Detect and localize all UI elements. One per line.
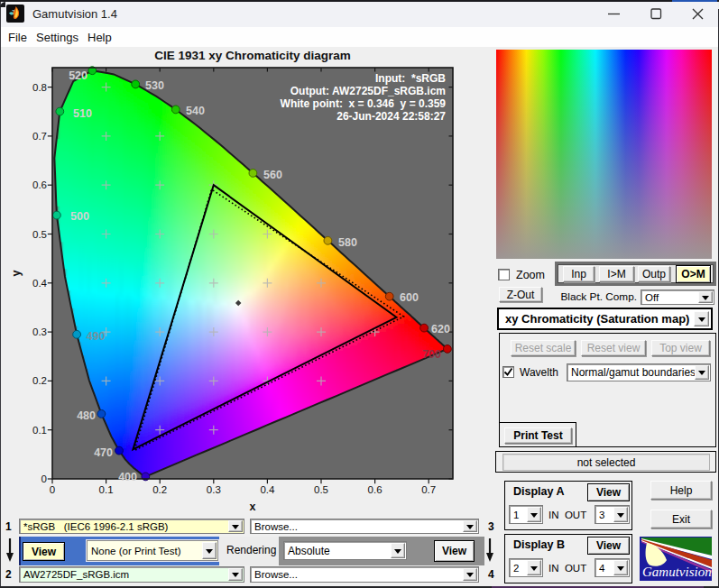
svg-text:0.4: 0.4 [260,484,275,495]
svg-text:490: 490 [87,330,106,343]
svg-text:700: 700 [422,348,441,361]
svg-text:560: 560 [263,169,282,181]
svg-text:0.5: 0.5 [32,229,47,240]
svg-text:0.3: 0.3 [32,326,47,337]
svg-text:0.8: 0.8 [32,82,47,93]
svg-text:0.5: 0.5 [314,484,328,495]
svg-text:0.6: 0.6 [32,179,47,190]
svg-text:520: 520 [69,69,88,82]
svg-text:Gamutvision: Gamutvision [642,565,712,579]
svg-text:0.6: 0.6 [368,484,383,495]
svg-text:0.1: 0.1 [99,484,114,495]
svg-text:CIE 1931 xy Chromaticity diagr: CIE 1931 xy Chromaticity diagram [154,49,351,62]
svg-text:620: 620 [431,323,450,335]
svg-text:530: 530 [145,79,164,92]
svg-text:0.1: 0.1 [32,425,47,436]
svg-text:0: 0 [50,484,55,495]
svg-text:Input: *sRGB: Input: *sRGB [375,72,446,85]
svg-text:Output: AW2725DF_sRGB.icm: Output: AW2725DF_sRGB.icm [290,85,446,97]
svg-text:0.4: 0.4 [32,278,48,289]
svg-text:400: 400 [118,471,137,483]
svg-text:x: x [250,501,256,513]
svg-text:0.2: 0.2 [152,484,167,495]
svg-text:510: 510 [73,107,92,120]
svg-text:480: 480 [77,409,96,422]
svg-text:26-Jun-2024 22:58:27: 26-Jun-2024 22:58:27 [336,110,446,123]
svg-text:y: y [10,270,23,276]
svg-text:600: 600 [400,291,419,304]
svg-text:White point: x = 0.346 y = 0: White point: x = 0.346 y = 0.359 [281,97,447,110]
svg-text:0: 0 [41,473,47,484]
svg-text:540: 540 [186,105,205,117]
svg-text:0.2: 0.2 [32,375,47,386]
svg-text:580: 580 [338,236,357,249]
svg-text:0.3: 0.3 [207,484,221,495]
svg-text:470: 470 [94,446,113,459]
svg-text:500: 500 [70,210,89,223]
svg-text:0.7: 0.7 [32,131,47,142]
svg-text:0.7: 0.7 [421,484,436,495]
